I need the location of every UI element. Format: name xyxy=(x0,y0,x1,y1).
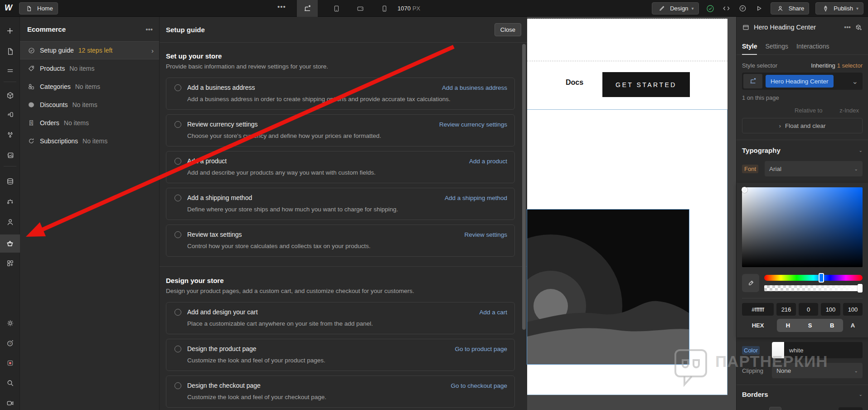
alpha-handle[interactable] xyxy=(858,284,863,293)
class-pill[interactable]: Hero Heading Center xyxy=(766,75,834,88)
style-selector-input[interactable]: Hero Heading Center ⌄ xyxy=(742,73,863,90)
comments-icon[interactable] xyxy=(738,4,748,14)
breakpoint-landscape-button[interactable] xyxy=(352,0,369,17)
ecommerce-item-setup-guide[interactable]: Setup guide12 steps left› xyxy=(20,41,159,59)
search-button[interactable] xyxy=(0,374,20,392)
nav-link-docs[interactable]: Docs xyxy=(566,78,583,87)
alpha-input[interactable]: 100 xyxy=(843,303,863,316)
step-radio[interactable] xyxy=(175,158,181,165)
hsb-mode-toggle[interactable]: H S B xyxy=(777,319,843,332)
ecommerce-button[interactable] xyxy=(0,234,20,253)
saturation-input[interactable]: 0 xyxy=(799,303,818,316)
ecommerce-item-categories[interactable]: CategoriesNo items xyxy=(20,78,159,96)
tab-interactions[interactable]: Interactions xyxy=(796,38,829,54)
card-description: Add and describe your products any way y… xyxy=(187,168,492,177)
page-body[interactable]: Docs GET STARTED xyxy=(527,19,727,395)
settings-button[interactable] xyxy=(0,314,20,332)
hero-placeholder-image[interactable] xyxy=(527,209,689,365)
font-property-label[interactable]: Font xyxy=(742,165,758,173)
card-action-link[interactable]: Add a business address xyxy=(442,84,507,91)
tab-settings[interactable]: Settings xyxy=(765,38,788,54)
design-mode-button[interactable]: Design ▾ xyxy=(652,2,699,15)
card-action-link[interactable]: Add a cart xyxy=(479,309,507,316)
step-radio[interactable] xyxy=(175,382,181,389)
card-action-link[interactable]: Add a shipping method xyxy=(445,195,507,201)
help-button[interactable]: ? xyxy=(0,334,20,352)
step-radio[interactable] xyxy=(175,84,181,91)
share-button[interactable]: Share xyxy=(771,2,810,15)
chevron-down-icon[interactable]: ⌄ xyxy=(859,392,863,397)
font-select[interactable]: Arial ⌄ xyxy=(765,161,863,176)
apps-button[interactable] xyxy=(0,254,20,272)
brightness-input[interactable]: 100 xyxy=(821,303,840,316)
hero-section-selected[interactable] xyxy=(527,110,727,395)
chevron-down-icon: ▾ xyxy=(692,6,694,11)
radius-all-corners-icon[interactable] xyxy=(769,407,781,410)
radius-value-field[interactable]: 0 PX xyxy=(839,407,863,410)
card-action-link[interactable]: Review settings xyxy=(464,231,507,238)
more-breakpoints-icon[interactable]: ••• xyxy=(277,3,286,10)
step-radio[interactable] xyxy=(175,346,181,352)
code-export-icon[interactable] xyxy=(722,4,732,14)
home-label: Home xyxy=(37,5,53,12)
ecommerce-item-products[interactable]: ProductsNo items xyxy=(20,59,159,78)
users-button[interactable] xyxy=(0,213,20,231)
hex-input[interactable]: #ffffff xyxy=(742,303,774,316)
home-button[interactable]: Home xyxy=(19,2,58,15)
left-toolbar: ? xyxy=(0,17,20,410)
inheriting-status[interactable]: Inheriting1 selector xyxy=(811,62,863,69)
styles-button[interactable] xyxy=(0,105,20,123)
sb-handle[interactable] xyxy=(742,187,747,193)
hue-slider[interactable] xyxy=(764,275,863,281)
navbar-section[interactable]: Docs GET STARTED xyxy=(527,61,727,110)
video-tutorials-button[interactable] xyxy=(0,394,20,410)
saturation-brightness-area[interactable] xyxy=(742,187,863,267)
add-elements-button[interactable] xyxy=(0,22,20,40)
tag-icon xyxy=(27,64,35,73)
variables-button[interactable] xyxy=(0,126,20,144)
card-action-link[interactable]: Review currency settings xyxy=(439,121,507,128)
step-radio[interactable] xyxy=(175,121,181,128)
create-component-icon[interactable] xyxy=(855,24,863,31)
breakpoint-desktop-button[interactable] xyxy=(297,0,318,17)
breakpoint-tablet-button[interactable] xyxy=(328,0,344,17)
cms-button[interactable] xyxy=(0,172,20,190)
publish-button[interactable]: Publish ▾ xyxy=(815,2,863,15)
card-action-link[interactable]: Add a product xyxy=(469,158,507,165)
float-and-clear-button[interactable]: › Float and clear xyxy=(742,118,863,133)
record-button[interactable] xyxy=(0,354,20,372)
ecommerce-item-orders[interactable]: $OrdersNo items xyxy=(20,114,159,132)
eyedropper-button[interactable] xyxy=(742,274,759,292)
tab-style[interactable]: Style xyxy=(742,38,757,54)
pages-button[interactable] xyxy=(0,42,20,60)
webflow-logo-icon[interactable]: W xyxy=(5,3,12,13)
step-radio[interactable] xyxy=(175,309,181,316)
navigator-button[interactable] xyxy=(0,61,20,79)
section-description: Provide basic information and review set… xyxy=(166,63,515,70)
assets-button[interactable] xyxy=(0,146,20,164)
ecommerce-menu-icon[interactable]: ••• xyxy=(145,25,153,33)
chevron-down-icon[interactable]: ⌄ xyxy=(859,148,863,153)
webflow-designer: W Home ••• 1070PX Design xyxy=(0,0,868,410)
card-action-link[interactable]: Go to product page xyxy=(455,346,507,352)
canvas-width-readout[interactable]: 1070PX xyxy=(398,5,420,12)
preview-play-icon[interactable] xyxy=(754,4,764,14)
step-radio[interactable] xyxy=(175,231,181,238)
hue-input[interactable]: 216 xyxy=(776,303,796,316)
saved-check-icon[interactable] xyxy=(705,4,715,14)
hue-handle[interactable] xyxy=(819,273,824,283)
logic-button[interactable] xyxy=(0,192,20,210)
radius-individual-corners-icon[interactable] xyxy=(785,407,797,410)
element-icon xyxy=(742,24,750,31)
breakpoint-portrait-button[interactable] xyxy=(376,0,393,17)
element-menu-icon[interactable]: ••• xyxy=(844,24,851,31)
card-action-link[interactable]: Go to checkout page xyxy=(451,382,507,389)
components-button[interactable] xyxy=(0,86,20,104)
ecommerce-item-discounts[interactable]: DiscountsNo items xyxy=(20,96,159,114)
alpha-slider[interactable] xyxy=(764,285,863,291)
ecommerce-item-subscriptions[interactable]: SubscriptionsNo items xyxy=(20,132,159,150)
setup-guide-scrollbar[interactable] xyxy=(522,44,526,330)
step-radio[interactable] xyxy=(175,195,181,201)
close-button[interactable]: Close xyxy=(495,23,521,36)
get-started-button[interactable]: GET STARTED xyxy=(602,72,690,97)
